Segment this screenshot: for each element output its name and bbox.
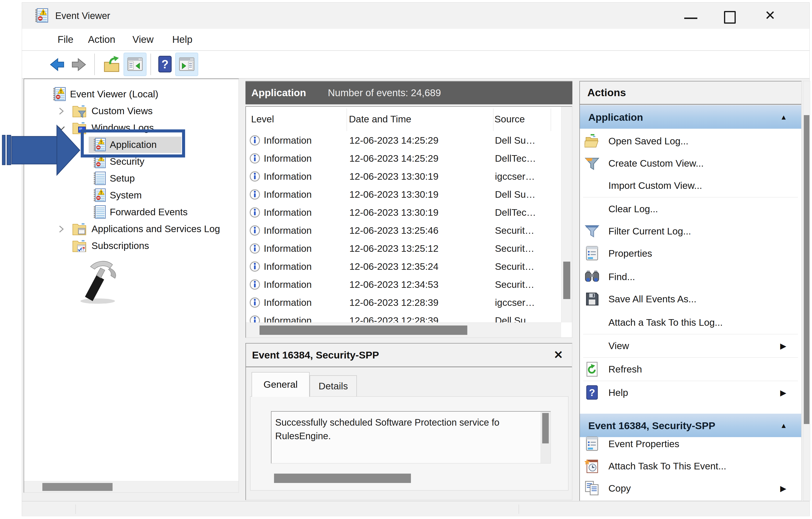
- column-header-source[interactable]: Source: [494, 107, 525, 132]
- cell-datetime: 12-06-2023 12:28:39: [349, 312, 438, 322]
- cell-datetime: 12-06-2023 14:25:29: [349, 132, 438, 149]
- message-vertical-scrollbar[interactable]: [541, 412, 550, 463]
- action-item-view[interactable]: View ▶: [580, 335, 801, 357]
- sidebar-item-system[interactable]: System: [24, 187, 238, 204]
- close-icon[interactable]: ✕: [760, 3, 781, 28]
- table-horizontal-scrollbar[interactable]: [246, 322, 561, 338]
- action-item-copy[interactable]: Copy ▶: [580, 477, 801, 499]
- column-divider[interactable]: [493, 109, 494, 131]
- table-row[interactable]: Information 12-06-2023 14:25:29 DellTec…: [246, 149, 561, 168]
- maximize-icon[interactable]: [724, 11, 736, 24]
- table-row[interactable]: Information 12-06-2023 12:35:24 Securit…: [246, 258, 561, 276]
- tree-horizontal-scrollbar[interactable]: [24, 481, 238, 492]
- action-item-create-custom-view[interactable]: Create Custom View...: [580, 152, 801, 175]
- help-icon[interactable]: [157, 55, 173, 73]
- submenu-arrow-icon: ▶: [780, 335, 786, 357]
- table-row[interactable]: Information 12-06-2023 13:30:19 igccser…: [246, 168, 561, 185]
- cell-level: Information: [264, 149, 312, 168]
- sidebar-item-custom-views[interactable]: Custom Views: [24, 103, 238, 119]
- tab-general[interactable]: General: [252, 372, 310, 397]
- sidebar-item-applications-and-services[interactable]: Applications and Services Log: [24, 221, 238, 237]
- scrollbar-thumb[interactable]: [42, 483, 113, 491]
- minimize-icon[interactable]: [684, 18, 697, 19]
- menu-action[interactable]: Action: [88, 29, 115, 50]
- event-preview-panel: Event 16384, Security-SPP ✕ General Deta…: [245, 343, 572, 500]
- table-row[interactable]: Information 12-06-2023 12:28:39 igccser…: [246, 294, 561, 312]
- action-item-properties[interactable]: Properties: [580, 242, 801, 265]
- cell-level: Information: [264, 222, 312, 240]
- action-item-clear-log[interactable]: Clear Log...: [580, 198, 801, 220]
- action-item-save-all-events-as[interactable]: Save All Events As...: [580, 288, 801, 310]
- scrollbar-thumb[interactable]: [804, 115, 809, 424]
- forward-icon[interactable]: [70, 56, 88, 73]
- action-item-attach-task-to-event[interactable]: Attach Task To This Event...: [580, 455, 801, 477]
- action-item-filter-current-log[interactable]: Filter Current Log...: [580, 220, 801, 242]
- actions-section-application[interactable]: Application ▲: [580, 105, 801, 129]
- column-header-level[interactable]: Level: [251, 107, 274, 132]
- action-item-import-custom-view[interactable]: Import Custom View...: [580, 175, 801, 197]
- menu-file[interactable]: File: [58, 29, 74, 50]
- menu-bar: File Action View Help: [22, 29, 809, 50]
- cell-datetime: 12-06-2023 13:30:19: [349, 168, 438, 185]
- table-row[interactable]: Information 12-06-2023 12:28:39 Dell Su…: [246, 312, 561, 322]
- cell-source: Dell Su…: [495, 185, 535, 204]
- cell-datetime: 12-06-2023 13:25:46: [349, 222, 438, 240]
- table-row[interactable]: Information 12-06-2023 14:25:29 Dell Su…: [246, 132, 561, 149]
- table-row[interactable]: Information 12-06-2023 13:30:19 DellTec…: [246, 204, 561, 222]
- chevron-right-icon[interactable]: [57, 107, 65, 115]
- scrollbar-thumb[interactable]: [542, 413, 549, 443]
- column-header-date[interactable]: Date and Time: [349, 107, 411, 132]
- action-item-help[interactable]: Help ▶: [580, 382, 801, 404]
- information-icon: [249, 171, 260, 182]
- divider: [583, 381, 798, 381]
- table-row[interactable]: Information 12-06-2023 13:30:19 Dell Su…: [246, 185, 561, 204]
- tab-details[interactable]: Details: [310, 375, 357, 397]
- cell-source: DellTec…: [495, 149, 536, 168]
- sidebar-item-event-viewer-local[interactable]: Event Viewer (Local): [24, 86, 238, 103]
- close-preview-icon[interactable]: ✕: [550, 344, 567, 367]
- menu-view[interactable]: View: [133, 29, 153, 50]
- table-vertical-scrollbar[interactable]: [561, 107, 572, 322]
- preview-horizontal-scrollbar-thumb[interactable]: [274, 473, 411, 483]
- copy-icon: [584, 481, 600, 496]
- action-item-open-saved-log[interactable]: Open Saved Log...: [580, 130, 801, 152]
- submenu-arrow-icon: ▶: [780, 382, 786, 404]
- column-divider[interactable]: [551, 109, 551, 131]
- show-console-tree-button[interactable]: [123, 53, 146, 76]
- filter-icon: [584, 224, 600, 239]
- tree-label: Custom Views: [91, 103, 152, 119]
- tree-label: Setup: [110, 170, 135, 187]
- menu-help[interactable]: Help: [172, 29, 192, 50]
- actions-vertical-scrollbar[interactable]: [803, 81, 810, 501]
- cell-source: igccser…: [495, 294, 535, 312]
- sidebar-item-forwarded-events[interactable]: Forwarded Events: [24, 204, 238, 221]
- cell-source: Securit…: [495, 222, 534, 240]
- cell-source: DellTec…: [495, 204, 536, 222]
- export-log-icon[interactable]: [103, 56, 120, 73]
- sidebar-item-subscriptions[interactable]: Subscriptions: [24, 237, 238, 254]
- filter-create-icon: [584, 156, 600, 171]
- annotation-highlight-box: [81, 129, 185, 157]
- scrollbar-thumb[interactable]: [563, 262, 570, 299]
- event-count: Number of events: 24,689: [328, 82, 441, 104]
- chevron-right-icon[interactable]: [57, 225, 65, 233]
- annotation-arrow: [2, 123, 81, 177]
- action-item-refresh[interactable]: Refresh: [580, 358, 801, 380]
- cell-source: Dell Su…: [495, 132, 535, 149]
- event-message-box[interactable]: Successfully scheduled Software Protecti…: [271, 411, 551, 464]
- submenu-arrow-icon: ▶: [780, 477, 786, 499]
- information-icon: [249, 207, 260, 218]
- task-clock-icon: [584, 459, 600, 473]
- divider: [246, 367, 572, 368]
- table-row[interactable]: Information 12-06-2023 13:25:46 Securit…: [246, 222, 561, 240]
- scrollbar-thumb[interactable]: [260, 325, 467, 335]
- table-row[interactable]: Information 12-06-2023 13:25:12 Securit…: [246, 240, 561, 258]
- show-action-pane-button[interactable]: [175, 53, 198, 76]
- column-divider[interactable]: [347, 109, 347, 131]
- collapse-icon[interactable]: ▲: [780, 106, 787, 129]
- action-item-attach-task-to-log[interactable]: Attach a Task To this Log...: [580, 312, 801, 334]
- table-row[interactable]: Information 12-06-2023 12:34:53 Securit…: [246, 276, 561, 294]
- back-icon[interactable]: [48, 56, 65, 73]
- action-item-event-properties[interactable]: Event Properties: [580, 433, 801, 455]
- action-item-find[interactable]: Find...: [580, 266, 801, 288]
